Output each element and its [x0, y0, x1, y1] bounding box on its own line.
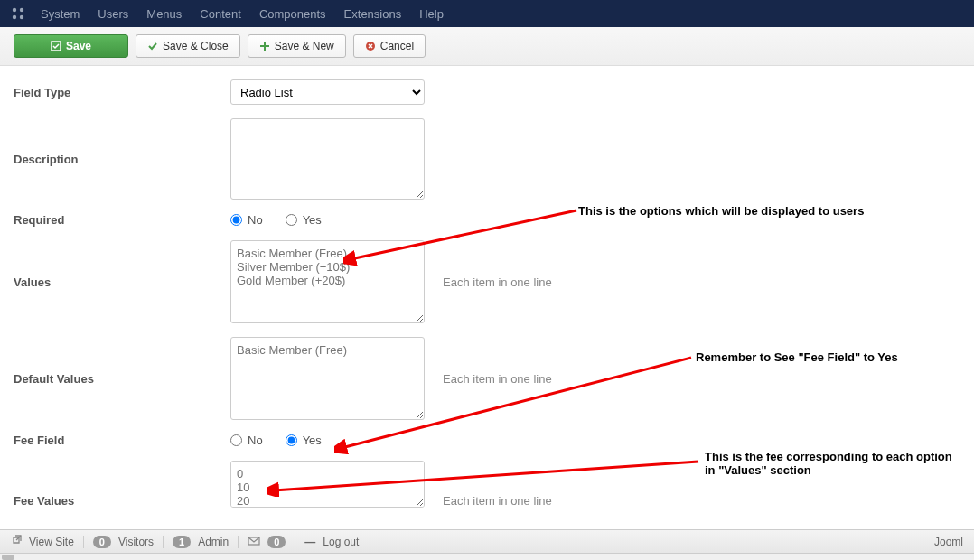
row-field-type: Field Type Radio List — [14, 79, 960, 105]
required-label: Required — [14, 213, 230, 227]
svg-point-2 — [13, 15, 16, 19]
svg-point-0 — [13, 8, 16, 12]
fee-yes-option[interactable]: Yes — [286, 434, 322, 447]
annotation-fee-values: This is the fee corresponding to each op… — [705, 450, 958, 477]
separator — [83, 536, 84, 548]
fee-values-hint: Each item in one line — [443, 494, 552, 508]
action-toolbar: Save Save & Close Save & New Cancel — [0, 27, 974, 66]
default-hint: Each item in one line — [443, 372, 552, 386]
values-textarea[interactable] — [230, 240, 425, 323]
save-button[interactable]: Save — [14, 34, 128, 58]
row-values: Values Each item in one line — [14, 240, 960, 323]
description-textarea[interactable] — [230, 118, 425, 200]
fee-values-textarea[interactable] — [230, 461, 425, 508]
fee-yes-radio[interactable] — [286, 434, 297, 446]
fee-no-option[interactable]: No — [230, 434, 263, 447]
menu-system[interactable]: System — [41, 7, 80, 21]
visitors-label: Visitors — [118, 536, 154, 548]
top-navbar: System Users Menus Content Components Ex… — [0, 0, 974, 27]
status-bar: View Site 0 Visitors 1 Admin 0 — Log out… — [0, 529, 974, 553]
apply-icon — [51, 41, 61, 51]
messages-badge: 0 — [267, 536, 286, 548]
fee-no-radio[interactable] — [230, 434, 242, 446]
values-hint: Each item in one line — [443, 275, 552, 289]
horizontal-scrollbar[interactable] — [0, 553, 974, 560]
values-label: Values — [14, 275, 230, 289]
mail-icon — [248, 536, 260, 548]
save-close-label: Save & Close — [163, 40, 229, 52]
save-new-button[interactable]: Save & New — [248, 34, 346, 58]
menu-users[interactable]: Users — [98, 7, 128, 21]
svg-point-1 — [20, 8, 23, 12]
annotation-options: This is the options which will be displa… — [578, 204, 864, 218]
view-site-link[interactable]: View Site — [29, 536, 74, 548]
admin-badge: 1 — [173, 536, 191, 548]
menu-help[interactable]: Help — [419, 7, 444, 21]
save-label: Save — [66, 40, 91, 52]
scrollbar-thumb[interactable] — [2, 555, 14, 560]
row-default-values: Default Values Each item in one line — [14, 337, 960, 420]
annotation-fee-field: Remember to See "Fee Field" to Yes — [696, 350, 898, 364]
required-yes-radio[interactable] — [286, 214, 297, 226]
fee-field-label: Fee Field — [14, 434, 230, 447]
separator — [295, 536, 295, 548]
row-description: Description — [14, 118, 960, 200]
menu-extensions[interactable]: Extensions — [344, 7, 402, 21]
menu-content[interactable]: Content — [200, 7, 241, 21]
fee-field-radio-group: No Yes — [230, 434, 322, 447]
default-values-label: Default Values — [14, 372, 230, 386]
default-values-textarea[interactable] — [230, 337, 425, 420]
description-label: Description — [14, 153, 230, 166]
cancel-icon — [365, 41, 376, 51]
save-new-label: Save & New — [275, 40, 334, 52]
menu-components[interactable]: Components — [259, 7, 326, 21]
fee-values-label: Fee Values — [14, 494, 230, 508]
cancel-label: Cancel — [380, 40, 414, 52]
plus-icon — [259, 41, 270, 51]
save-close-button[interactable]: Save & Close — [136, 34, 240, 58]
separator — [163, 536, 164, 548]
check-icon — [147, 41, 158, 51]
required-no-radio[interactable] — [230, 214, 242, 226]
separator — [238, 536, 239, 548]
cancel-button[interactable]: Cancel — [353, 34, 426, 58]
menu-menus[interactable]: Menus — [146, 7, 182, 21]
required-no-option[interactable]: No — [230, 213, 263, 227]
required-radio-group: No Yes — [230, 213, 322, 227]
joomla-logo-icon[interactable] — [9, 5, 27, 23]
top-menu: System Users Menus Content Components Ex… — [41, 7, 444, 21]
visitors-badge: 0 — [93, 536, 111, 548]
field-type-label: Field Type — [14, 86, 230, 99]
svg-point-3 — [20, 15, 23, 19]
external-link-icon — [11, 535, 22, 548]
field-type-select[interactable]: Radio List — [230, 79, 425, 105]
required-yes-option[interactable]: Yes — [286, 213, 322, 227]
row-fee-field: Fee Field No Yes — [14, 434, 960, 447]
admin-label: Admin — [198, 536, 229, 548]
brand-label: Jooml — [934, 536, 963, 548]
logout-link[interactable]: Log out — [323, 536, 359, 548]
